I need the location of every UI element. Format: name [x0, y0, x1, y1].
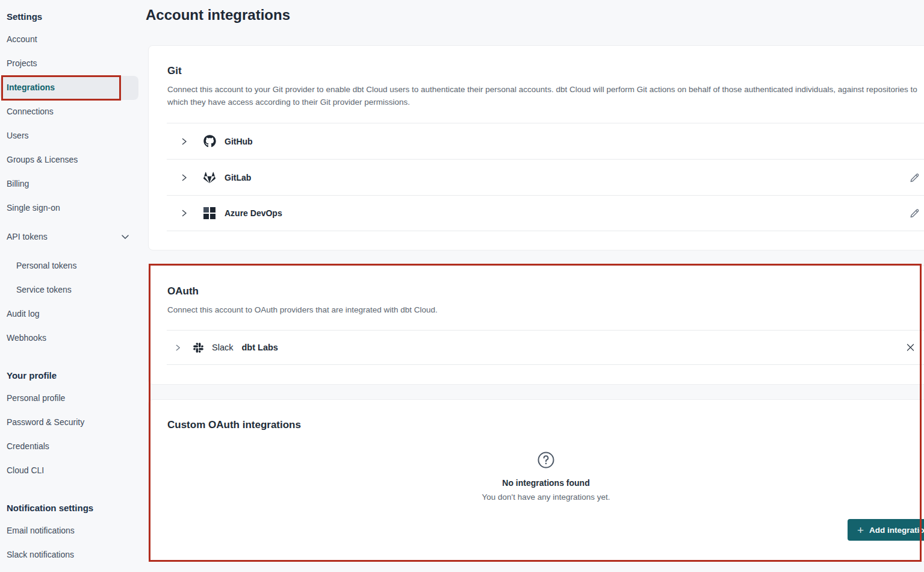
azure-devops-icon — [203, 207, 216, 219]
git-section-card: Git Connect this account to your Git pro… — [148, 45, 924, 250]
edit-pencil-icon[interactable] — [910, 172, 920, 182]
gitlab-icon — [203, 172, 216, 184]
chevron-right-icon[interactable] — [180, 173, 188, 182]
git-provider-name: Azure DevOps — [225, 208, 282, 218]
slack-icon — [191, 342, 205, 353]
oauth-section-description: Connect this account to OAuth providers … — [167, 303, 924, 316]
github-icon — [203, 135, 216, 148]
add-integration-button[interactable]: + Add integration — [848, 519, 924, 541]
oauth-section-title: OAuth — [167, 285, 199, 297]
plus-icon: + — [857, 524, 864, 536]
sidebar-item-integrations[interactable]: Integrations — [7, 75, 55, 99]
remove-x-icon[interactable] — [906, 343, 915, 352]
oauth-provider-label: Slack — [212, 343, 233, 352]
oauth-integration-row-slack[interactable]: Slack dbt Labs — [167, 330, 924, 365]
empty-state-subtitle: You don't have any integrations yet. — [482, 493, 610, 502]
oauth-integration-name: dbt Labs — [241, 343, 278, 352]
oauth-integration-list: Slack dbt Labs — [167, 330, 924, 365]
chevron-right-icon[interactable] — [180, 209, 188, 217]
git-provider-row-gitlab[interactable]: GitLab — [167, 159, 924, 195]
custom-oauth-section-title: Custom OAuth integrations — [167, 419, 301, 431]
empty-state-title: No integrations found — [502, 478, 589, 488]
chevron-right-icon[interactable] — [174, 344, 182, 352]
add-integration-label: Add integration — [869, 526, 924, 535]
page-title: Account integrations — [146, 7, 290, 23]
git-provider-row-github[interactable]: GitHub — [167, 123, 924, 159]
git-provider-name: GitLab — [225, 173, 251, 182]
git-provider-name: GitHub — [225, 137, 253, 146]
git-section-title: Git — [167, 65, 182, 77]
main-content: Account integrations Git Connect this ac… — [0, 0, 924, 572]
git-section-description: Connect this account to your Git provide… — [167, 83, 924, 108]
oauth-section-card: OAuth Connect this account to OAuth prov… — [148, 266, 924, 385]
edit-pencil-icon[interactable] — [910, 208, 920, 219]
empty-state: No integrations found You don't have any… — [149, 450, 924, 502]
custom-oauth-section-card: Custom OAuth integrations No integration… — [148, 399, 924, 562]
question-circle-icon — [536, 450, 556, 472]
git-provider-list: GitHub GitLab — [167, 123, 924, 231]
git-provider-row-azure-devops[interactable]: Azure DevOps — [167, 195, 924, 231]
chevron-right-icon[interactable] — [180, 137, 188, 146]
